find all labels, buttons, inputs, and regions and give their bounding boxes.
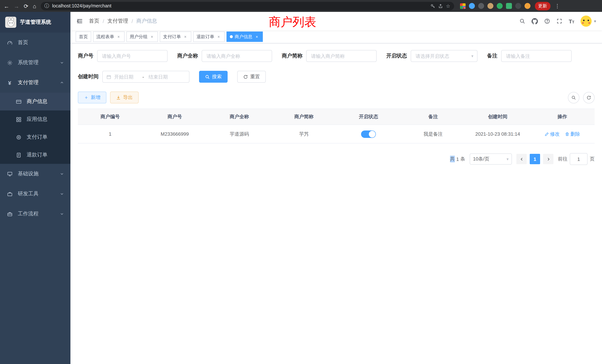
hamburger-icon[interactable] [76,18,83,24]
help-icon[interactable] [544,18,550,24]
cell-merchant-no: M233666999 [142,125,207,143]
goto-page: 前往 页 [558,153,595,165]
breadcrumb-current: 商户信息 [136,18,157,24]
sidebar-item-workflow[interactable]: 工作流程 [0,204,70,224]
profile-avatar-icon[interactable] [524,3,530,9]
delete-link[interactable]: 删除 [565,131,580,137]
app-title: 芋道管理系统 [20,19,51,26]
home-icon[interactable]: ⌂ [33,3,36,9]
toggle-search-button[interactable] [568,92,579,103]
close-icon[interactable]: × [254,34,259,39]
extension-green-doc-icon[interactable] [506,3,512,9]
tag-home[interactable]: 首页 [76,32,91,42]
filter-remark: 备注 [487,50,572,62]
table-row: 1 M233666999 芋道源码 芋艿 我是备注 2021-10-23 08:… [78,125,595,143]
sidebar-item-refund-order[interactable]: 退款订单 [0,146,70,164]
close-icon[interactable]: × [116,34,121,39]
full-name-input[interactable] [202,50,272,62]
cell-actions: 修改 删除 [530,125,595,143]
col-remark: 备注 [401,109,466,125]
sidebar-item-label: 退款订单 [27,152,47,158]
main-area: 首页 / 支付管理 / 商户信息 商户列表 [70,12,602,364]
fullscreen-icon[interactable] [556,18,562,24]
page-size-select[interactable]: 10条/页 ▾ [470,153,512,165]
merchant-no-field[interactable] [101,53,163,59]
sidebar-item-label: 工作流程 [18,211,39,217]
button-label: 重置 [250,73,260,80]
button-label: 搜索 [212,73,222,80]
col-actions: 操作 [530,109,595,125]
start-date-field[interactable] [113,74,139,80]
refresh-icon[interactable]: ⟳ [24,3,28,9]
table-header-row: 商户编号 商户号 商户全称 商户简称 开启状态 备注 创建时间 操作 [78,109,595,125]
tag-pay-order[interactable]: 支付订单 × [160,32,191,42]
extension-pinwheel-icon[interactable] [515,3,521,9]
font-size-icon[interactable]: TT [569,18,574,24]
password-key-icon[interactable] [430,3,435,8]
tag-user-group[interactable]: 用户分组 × [126,32,158,42]
sidebar-item-merchant-info[interactable]: 商户信息 [0,93,70,110]
sidebar-item-home[interactable]: 首页 [0,33,70,53]
remark-input[interactable] [501,50,572,62]
extension-green-circle-icon[interactable] [496,3,503,9]
site-info-icon[interactable]: ⓘ [44,3,49,9]
add-button[interactable]: ＋ 新增 [78,92,106,103]
search-icon[interactable] [519,18,525,24]
tag-label: 支付订单 [163,33,181,40]
breadcrumb-home[interactable]: 首页 [89,18,99,24]
refresh-table-button[interactable] [583,92,595,103]
status-field[interactable] [415,53,469,59]
tag-merchant-info[interactable]: 商户信息 × [226,32,263,42]
full-name-field[interactable] [206,53,268,59]
user-menu[interactable]: ▾ [581,16,596,27]
close-icon[interactable]: × [149,34,155,39]
search-icon [205,74,210,79]
tag-refund-order[interactable]: 退款订单 × [193,32,225,42]
short-name-input[interactable] [306,50,377,62]
extension-tan-icon[interactable] [487,3,493,9]
col-create-time: 创建时间 [465,109,530,125]
close-icon[interactable]: × [183,34,188,39]
field-label: 创建时间 [78,73,99,80]
next-page-button[interactable] [543,154,553,164]
merchant-no-input[interactable] [97,50,168,62]
status-select[interactable]: ▾ [411,50,477,62]
github-icon[interactable] [532,18,538,24]
sidebar-item-pay-order[interactable]: 支付订单 [0,128,70,146]
goto-page-input[interactable] [570,153,588,165]
prev-page-button[interactable] [516,154,527,164]
short-name-field[interactable] [310,53,373,59]
sidebar-item-infra[interactable]: 基础设施 [0,164,70,184]
bookmark-star-icon[interactable]: ☆ [446,3,450,9]
sidebar-logo[interactable]: 芋道管理系统 [0,12,70,33]
sidebar-item-system[interactable]: 系统管理 [0,53,70,73]
page-1-button[interactable]: 1 [530,154,540,164]
close-icon[interactable]: × [216,34,221,39]
edit-link[interactable]: 修改 [545,131,560,137]
sidebar-item-pay[interactable]: ¥ 支付管理 [0,73,70,93]
breadcrumb-pay[interactable]: 支付管理 [108,18,128,24]
reset-button[interactable]: 重置 [237,71,266,83]
date-range-picker[interactable]: - [102,71,189,83]
forward-icon[interactable]: → [14,3,19,9]
browser-update-button[interactable]: 更新 [535,2,550,10]
end-date-field[interactable] [148,74,173,80]
back-icon[interactable]: ← [4,3,9,9]
url-bar[interactable]: ⓘ localhost:1024/pay/merchant ☆ [41,2,454,10]
tag-process-form[interactable]: 流程表单 × [93,32,125,42]
remark-field[interactable] [505,53,568,59]
sidebar-item-dev-tools[interactable]: 研发工具 [0,184,70,204]
export-button[interactable]: 导出 [110,92,139,103]
browser-menu-icon[interactable]: ⋮ [555,3,560,9]
extension-blue-icon[interactable] [469,3,475,9]
extension-puzzle-icon[interactable]: 10 [460,3,465,9]
status-toggle[interactable] [361,130,376,138]
user-avatar [581,16,592,27]
cell-create-time: 2021-10-23 08:31:14 [465,125,530,143]
page-content: 商户号 商户全称 商户简称 [70,43,602,364]
search-button[interactable]: 搜索 [199,71,228,83]
share-icon[interactable] [438,3,443,8]
extension-dark-icon[interactable] [478,3,484,9]
sidebar-item-app-info[interactable]: 应用信息 [0,110,70,128]
table-toolbar: ＋ 新增 导出 [78,92,595,103]
